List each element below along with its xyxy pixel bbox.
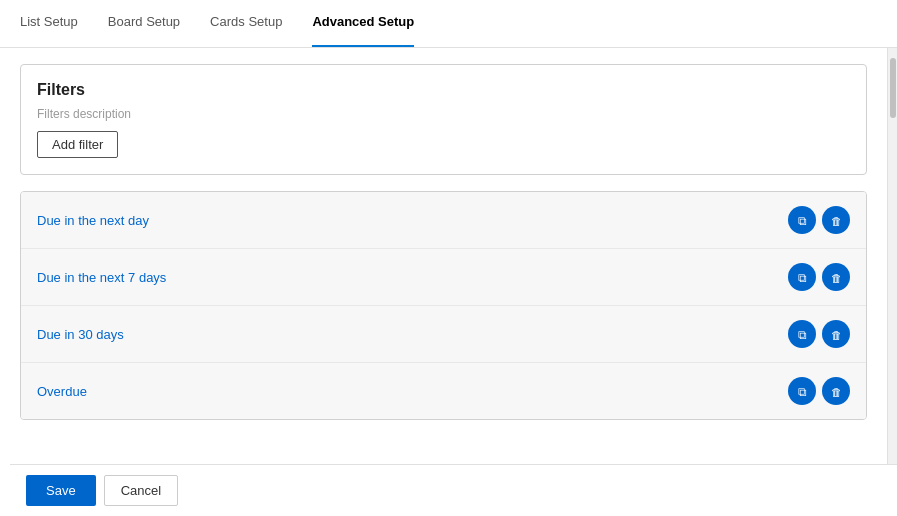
copy-icon <box>798 270 807 285</box>
filter-row-actions <box>788 320 850 348</box>
copy-button[interactable] <box>788 320 816 348</box>
filter-rows-container: Due in the next day Due in the next 7 da… <box>20 191 867 420</box>
trash-icon <box>831 327 842 342</box>
copy-button[interactable] <box>788 263 816 291</box>
table-row: Overdue <box>21 363 866 419</box>
tab-board-setup[interactable]: Board Setup <box>108 0 180 47</box>
filter-row-label: Due in the next 7 days <box>37 270 166 285</box>
main-content: Filters Filters description Add filter D… <box>0 48 897 516</box>
copy-icon <box>798 327 807 342</box>
trash-icon <box>831 213 842 228</box>
table-row: Due in the next day <box>21 192 866 249</box>
tab-bar: List Setup Board Setup Cards Setup Advan… <box>0 0 897 48</box>
filter-row-actions <box>788 206 850 234</box>
footer: Save Cancel <box>10 464 897 516</box>
trash-icon <box>831 384 842 399</box>
filters-description: Filters description <box>37 107 850 121</box>
copy-icon <box>798 213 807 228</box>
scrollbar[interactable] <box>887 48 897 516</box>
delete-button[interactable] <box>822 377 850 405</box>
filter-row-label: Due in 30 days <box>37 327 124 342</box>
tab-list-setup[interactable]: List Setup <box>20 0 78 47</box>
table-row: Due in the next 7 days <box>21 249 866 306</box>
add-filter-button[interactable]: Add filter <box>37 131 118 158</box>
filter-row-label: Overdue <box>37 384 87 399</box>
filter-row-label: Due in the next day <box>37 213 149 228</box>
copy-button[interactable] <box>788 206 816 234</box>
tab-cards-setup[interactable]: Cards Setup <box>210 0 282 47</box>
delete-button[interactable] <box>822 263 850 291</box>
cancel-button[interactable]: Cancel <box>104 475 178 506</box>
filter-row-actions <box>788 263 850 291</box>
delete-button[interactable] <box>822 206 850 234</box>
copy-button[interactable] <box>788 377 816 405</box>
filter-row-actions <box>788 377 850 405</box>
save-button[interactable]: Save <box>26 475 96 506</box>
trash-icon <box>831 270 842 285</box>
filters-title: Filters <box>37 81 850 99</box>
filters-box: Filters Filters description Add filter <box>20 64 867 175</box>
left-panel: Filters Filters description Add filter D… <box>0 48 887 516</box>
table-row: Due in 30 days <box>21 306 866 363</box>
delete-button[interactable] <box>822 320 850 348</box>
copy-icon <box>798 384 807 399</box>
scrollbar-thumb[interactable] <box>890 58 896 118</box>
tab-advanced-setup[interactable]: Advanced Setup <box>312 0 414 47</box>
